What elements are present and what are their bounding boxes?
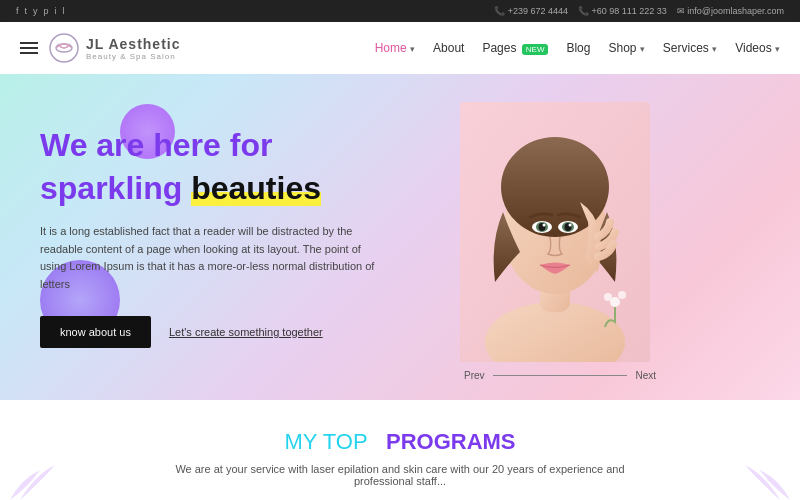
nav-services[interactable]: Services ▾ (663, 41, 717, 55)
navbar-left: JL Aesthetic Beauty & Spa Salon (20, 32, 180, 64)
programs-section: MY TOP PROGRAMS We are at your service w… (0, 400, 800, 500)
email: ✉ info@joomlashaper.com (677, 6, 784, 16)
hero-section: We are here for sparkling beauties It is… (0, 74, 800, 400)
progress-line (493, 375, 628, 377)
nav-home[interactable]: Home ▾ (375, 41, 415, 55)
svg-point-16 (618, 291, 626, 299)
hero-buttons: know about us Let's create something tog… (40, 316, 420, 348)
hamburger-menu[interactable] (20, 42, 38, 54)
hero-title-line2: sparkling beauties (40, 169, 420, 207)
svg-point-17 (604, 293, 612, 301)
deco-right (720, 450, 800, 500)
deco-left (0, 450, 80, 500)
logo-text: JL Aesthetic Beauty & Spa Salon (86, 36, 180, 61)
nav-about[interactable]: About (433, 41, 464, 55)
programs-title: MY TOP PROGRAMS (284, 429, 515, 455)
programs-description: We are at your service with laser epilat… (150, 463, 650, 487)
nav-videos[interactable]: Videos ▾ (735, 41, 780, 55)
twitter-icon[interactable]: t (25, 6, 28, 16)
nav-links: Home ▾ About Pages NEW Blog Shop ▾ Servi… (375, 41, 780, 55)
nav-blog[interactable]: Blog (566, 41, 590, 55)
hero-image-area: Prev Next (460, 102, 660, 372)
facebook-icon[interactable]: f (16, 6, 19, 16)
pinterest-icon[interactable]: p (44, 6, 49, 16)
hero-image (460, 102, 650, 362)
linkedin-icon[interactable]: l (63, 6, 65, 16)
contact-info: 📞 +239 672 4444 📞 +60 98 111 222 33 ✉ in… (494, 6, 784, 16)
programs-title-cyan: MY TOP (284, 429, 367, 454)
logo-subtitle: Beauty & Spa Salon (86, 52, 180, 61)
navbar: JL Aesthetic Beauty & Spa Salon Home ▾ A… (0, 22, 800, 74)
logo[interactable]: JL Aesthetic Beauty & Spa Salon (48, 32, 180, 64)
know-about-us-button[interactable]: know about us (40, 316, 151, 348)
social-links[interactable]: f t y p i l (16, 6, 65, 16)
svg-point-10 (543, 224, 546, 227)
woman-portrait (460, 102, 650, 362)
phone2: 📞 +60 98 111 222 33 (578, 6, 667, 16)
hero-title-line1: We are here for (40, 126, 420, 164)
nav-shop[interactable]: Shop ▾ (608, 41, 644, 55)
instagram-icon[interactable]: i (55, 6, 57, 16)
next-label[interactable]: Next (635, 370, 656, 381)
hero-description: It is a long established fact that a rea… (40, 223, 380, 293)
hero-title-bold: beauties (191, 170, 321, 206)
prev-label[interactable]: Prev (464, 370, 485, 381)
svg-point-14 (569, 224, 572, 227)
hero-content: We are here for sparkling beauties It is… (0, 96, 460, 377)
programs-title-purple: PROGRAMS (386, 429, 516, 454)
create-together-link[interactable]: Let's create something together (169, 326, 323, 338)
phone1: 📞 +239 672 4444 (494, 6, 568, 16)
nav-pages[interactable]: Pages NEW (482, 41, 548, 55)
logo-icon (48, 32, 80, 64)
youtube-icon[interactable]: y (33, 6, 38, 16)
topbar: f t y p i l 📞 +239 672 4444 📞 +60 98 111… (0, 0, 800, 22)
hero-title-plain: sparkling (40, 170, 182, 206)
logo-title: JL Aesthetic (86, 36, 180, 52)
